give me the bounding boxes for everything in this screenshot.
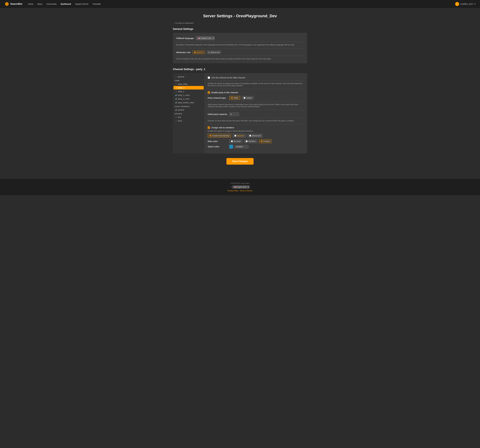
assign-role-row: Assign role to members (208, 126, 304, 129)
hash-icon-5: # (175, 116, 177, 118)
role-color-options: No color Random Custom (229, 139, 272, 143)
party-type-label: Party channel type: (208, 97, 228, 99)
enable-party-checkbox[interactable] (208, 91, 210, 94)
mod-role-admin-label: @admin (197, 51, 204, 53)
ch-label-party1: party_1 (178, 87, 184, 89)
footer-lang-select[interactable]: 🇺🇸 English (US) (233, 186, 250, 189)
voice-icon-2: 🔊 (175, 98, 177, 100)
ch-section-voice: VOICE CHANNELS (173, 104, 204, 108)
channel-layout: # general GAME # party_lobby # party_1 #… (173, 73, 307, 153)
voice-icon-3: 🔊 (175, 102, 177, 104)
radio-new-role[interactable] (249, 135, 251, 137)
nav-news[interactable]: News (37, 3, 42, 5)
radio-instant[interactable] (244, 97, 245, 99)
ch-label-party2-voice: party_2_voice (178, 98, 190, 100)
channel-sidebar: # general GAME # party_lobby # party_1 #… (173, 73, 204, 153)
mod-role-new[interactable]: @new role (207, 50, 221, 54)
general-settings-card: Fallback language: 🇺🇸 English (US) By de… (173, 33, 307, 63)
footer-copyright: © 2018-2022 soya_daizu (3, 182, 477, 184)
ch-item-party1[interactable]: # party_1 (173, 86, 204, 90)
color-picker-group (229, 145, 249, 149)
nav-dashboard[interactable]: Dashboard (61, 3, 71, 5)
radio-static[interactable] (231, 97, 233, 99)
ch-item-party2[interactable]: # party_2 (173, 90, 204, 93)
nav-user[interactable]: L LEoREo_2247 ▾ (455, 2, 475, 6)
ch-item-party2-voice[interactable]: 🔊 party_2_voice (173, 97, 204, 101)
save-button[interactable]: Save Changes (226, 158, 254, 165)
nav-translate[interactable]: Translate (92, 3, 101, 5)
navbar: SwarmBot Home News Commands Dashboard Su… (0, 0, 480, 8)
radio-dot-empty (208, 52, 210, 53)
ch-item-party1-voice[interactable]: 🔊 party_1_voice (173, 93, 204, 97)
color-random[interactable]: Random (244, 139, 257, 143)
moderator-role-desc: Server members with this role can perfor… (176, 56, 304, 60)
ch-item-party-instant-voice[interactable]: 🔊 party_instant_voice (173, 101, 204, 104)
capacity-desc: Number of users that can join the party.… (208, 118, 304, 122)
color-custom[interactable]: Custom (259, 139, 272, 143)
color-hex-input[interactable] (234, 145, 249, 148)
nav-home[interactable]: Home (28, 3, 33, 5)
radio-no-color[interactable] (231, 140, 233, 142)
mod-role-admin[interactable]: @admin (193, 50, 205, 54)
capacity-row: Initial party capacity: (208, 112, 304, 116)
page-wrapper: Server Settings - OreoPlayground_Dev ← G… (170, 8, 310, 179)
new-role-label: @new role (252, 135, 261, 137)
ch-item-test[interactable]: # test (173, 115, 204, 119)
random-label: Random (248, 140, 255, 142)
fallback-language-desc: By default, SwarmBot responds in the lan… (176, 42, 304, 46)
party-type-desc: Static party channel represents a dedica… (208, 102, 304, 108)
ch-label-test: test (178, 116, 181, 118)
ch-label-general-voice: general (178, 109, 184, 111)
custom-label: Custom (263, 140, 270, 142)
ch-item-party-lobby[interactable]: # party_lobby (173, 82, 204, 86)
nav-support[interactable]: Support Server (75, 3, 88, 5)
party-type-instant[interactable]: Instant (242, 96, 254, 100)
party-type-static[interactable]: Static (229, 96, 240, 100)
nav-links: Home News Commands Dashboard Support Ser… (28, 3, 455, 5)
ch-label-test2: test2 (178, 120, 182, 122)
color-swatch[interactable] (229, 145, 233, 149)
lobby-desc: Enable this option to display the status… (208, 81, 304, 87)
role-option-create-auto[interactable]: Create Automatically (208, 134, 231, 138)
radio-custom[interactable] (261, 140, 262, 142)
channel-settings-title: Channel Settings - party_1 (173, 68, 307, 71)
party-type-section: Party channel type: Static Instant Stati… (208, 96, 304, 108)
radio-admin[interactable] (234, 135, 236, 137)
moderator-role-label: Moderator role: (176, 51, 191, 54)
nav-commands[interactable]: Commands (46, 3, 56, 5)
color-no-color[interactable]: No color (229, 139, 242, 143)
select-color-label: Select color: (208, 145, 228, 148)
fallback-language-select[interactable]: 🇺🇸 English (US) (196, 36, 215, 40)
assign-role-checkbox[interactable] (208, 126, 210, 129)
capacity-input[interactable] (229, 112, 239, 116)
hash-icon-2: # (175, 83, 177, 85)
back-link[interactable]: ← Go back to dashboard (173, 22, 194, 24)
radio-dot-filled (194, 52, 196, 53)
radio-random[interactable] (246, 140, 247, 142)
assign-role-label: Assign role to members (212, 126, 234, 129)
lobby-checkbox-row: Use this channel as the lobby channel (208, 76, 304, 79)
assign-role-desc: Enable this option to assign a role to a… (208, 130, 304, 132)
radio-create-auto[interactable] (210, 135, 212, 137)
general-settings-title: General Settings (173, 28, 307, 31)
ch-label-party1-voice: party_1_voice (178, 94, 190, 96)
divider-1 (176, 48, 304, 48)
avatar: L (455, 2, 459, 6)
privacy-link[interactable]: Privacy Policy (228, 190, 238, 192)
role-option-new-role[interactable]: @new role (247, 134, 263, 138)
role-color-row: Role color: No color Random Custom (208, 139, 304, 143)
role-option-admin[interactable]: @admin (233, 134, 246, 138)
lobby-label: Use this channel as the lobby channel (212, 76, 245, 79)
lobby-checkbox[interactable] (208, 76, 210, 79)
static-label: Static (234, 97, 238, 99)
logo-icon (5, 2, 9, 6)
terms-link[interactable]: Terms of Service (240, 190, 252, 192)
capacity-label: Initial party capacity: (208, 113, 228, 115)
hash-icon: # (175, 76, 177, 78)
hash-icon-6: # (175, 120, 177, 122)
party-type-options: Static Instant (229, 96, 254, 100)
ch-item-general[interactable]: # general (173, 75, 204, 78)
ch-item-general-voice[interactable]: 🔊 general (173, 108, 204, 112)
role-options-group: Create Automatically @admin @new role (208, 134, 304, 138)
ch-item-test2[interactable]: # test2 (173, 119, 204, 123)
